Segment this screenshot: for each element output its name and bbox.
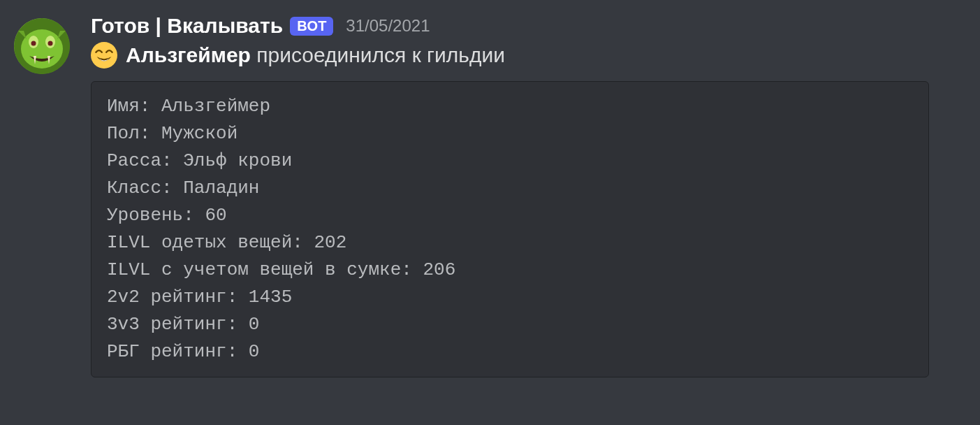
svg-point-10 <box>91 42 117 69</box>
timestamp: 31/05/2021 <box>346 16 430 36</box>
svg-point-4 <box>31 41 36 46</box>
code-block: Имя: АльзгеймерПол: МужскойРасса: Эльф к… <box>91 81 929 377</box>
stat-line: Расса: Эльф крови <box>107 147 913 175</box>
stat-line: ILVL с учетом вещей в сумке: 206 <box>107 257 913 284</box>
stat-line: Уровень: 60 <box>107 202 913 229</box>
stat-line: Класс: Паладин <box>107 175 913 202</box>
svg-point-5 <box>48 41 53 46</box>
bot-badge: BOT <box>290 17 333 36</box>
message-header: Готов | Вкалывать BOT 31/05/2021 <box>91 14 966 38</box>
stat-line: Имя: Альзгеймер <box>107 93 913 120</box>
avatar[interactable] <box>14 18 70 74</box>
message-content: Готов | Вкалывать BOT 31/05/2021 Альзгей… <box>91 14 966 377</box>
author-name[interactable]: Готов | Вкалывать <box>91 14 283 38</box>
chat-message: Готов | Вкалывать BOT 31/05/2021 Альзгей… <box>14 14 966 377</box>
stat-line: 2v2 рейтинг: 1435 <box>107 284 913 311</box>
subject-name: Альзгеймер <box>126 43 251 66</box>
smile-emoji <box>91 42 117 69</box>
svg-point-1 <box>21 29 63 69</box>
message-text: Альзгеймер присоединился к гильдии <box>91 42 966 69</box>
stat-line: Пол: Мужской <box>107 120 913 147</box>
stats-pre: Имя: АльзгеймерПол: МужскойРасса: Эльф к… <box>107 93 913 366</box>
stat-line: РБГ рейтинг: 0 <box>107 338 913 366</box>
action-text: присоединился к гильдии <box>256 43 505 66</box>
stat-line: ILVL одетых вещей: 202 <box>107 229 913 257</box>
stat-line: 3v3 рейтинг: 0 <box>107 311 913 338</box>
